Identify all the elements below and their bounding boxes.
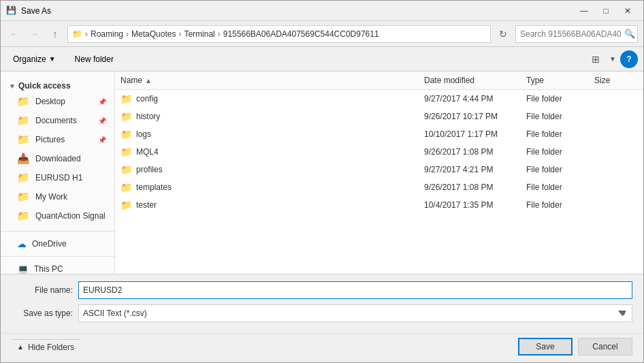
- address-path[interactable]: 📁 › Roaming › MetaQuotes › Terminal › 91…: [67, 25, 491, 43]
- organize-button[interactable]: Organize ▼: [6, 50, 63, 68]
- documents-folder-icon: 📁: [17, 114, 30, 127]
- file-folder-icon: 📁: [120, 182, 132, 193]
- path-segment-3: Terminal: [184, 29, 214, 39]
- search-icon-button[interactable]: 🔍: [624, 29, 635, 39]
- new-folder-button[interactable]: New folder: [68, 50, 120, 68]
- quick-access-header[interactable]: ▼ Quick access: [1, 77, 114, 92]
- sidebar-item-label-downloaded: Downloaded: [35, 154, 81, 163]
- file-date-cell: 9/26/2017 1:08 PM: [419, 147, 521, 157]
- downloaded-folder-icon: 📥: [17, 153, 30, 165]
- file-date-cell: 10/4/2017 1:35 PM: [419, 200, 521, 210]
- sidebar-item-label-mywork: My Work: [35, 192, 67, 202]
- action-row: ▲ Hide Folders Save Cancel: [1, 333, 643, 362]
- col-header-size[interactable]: Size: [589, 73, 643, 88]
- table-row[interactable]: 📁 logs 10/10/2017 1:17 PM File folder: [115, 125, 643, 143]
- close-button[interactable]: ✕: [617, 4, 638, 18]
- pin-icon-pictures: 📌: [98, 136, 106, 144]
- sidebar-item-label-pictures: Pictures: [35, 135, 65, 144]
- up-button[interactable]: ↑: [47, 26, 63, 42]
- col-header-name[interactable]: Name ▲: [115, 73, 419, 88]
- new-folder-label: New folder: [75, 54, 114, 64]
- sidebar-item-downloaded[interactable]: 📥 Downloaded: [1, 149, 114, 168]
- sidebar-item-pictures[interactable]: 📁 Pictures 📌: [1, 130, 114, 149]
- sidebar-divider-2: [1, 256, 114, 257]
- table-row[interactable]: 📁 profiles 9/27/2017 4:21 PM File folder: [115, 161, 643, 178]
- filename-label: File name:: [12, 285, 73, 295]
- view-options-button[interactable]: ⊞: [586, 50, 605, 68]
- window-icon: 💾: [6, 5, 17, 16]
- quantaction-folder-icon: 📁: [17, 210, 30, 222]
- file-folder-icon: 📁: [120, 93, 132, 104]
- savetype-label: Save as type:: [12, 309, 73, 318]
- file-date-cell: 9/26/2017 1:08 PM: [419, 183, 521, 192]
- maximize-button[interactable]: □: [596, 4, 616, 18]
- file-folder-icon: 📁: [120, 111, 132, 122]
- back-button[interactable]: ←: [6, 26, 22, 42]
- file-type-cell: File folder: [521, 200, 589, 210]
- sidebar-item-eurusd[interactable]: 📁 EURUSD H1: [1, 168, 114, 187]
- file-type-cell: File folder: [521, 112, 589, 121]
- filename-input[interactable]: [78, 281, 632, 299]
- pin-icon-documents: 📌: [98, 117, 106, 125]
- sidebar-item-label-eurusd: EURUSD H1: [35, 173, 82, 183]
- file-date-cell: 10/10/2017 1:17 PM: [419, 129, 521, 139]
- savetype-select[interactable]: ASCII Text (*.csv)CSV (*.csv)Text (*.txt…: [78, 304, 632, 322]
- sidebar-item-label-quantaction: QuantAction Signal: [35, 211, 106, 221]
- folder-icon-addr: 📁: [72, 29, 82, 39]
- table-row[interactable]: 📁 MQL4 9/26/2017 1:08 PM File folder: [115, 143, 643, 161]
- col-header-date[interactable]: Date modified: [419, 73, 521, 88]
- file-folder-icon: 📁: [120, 129, 132, 140]
- table-row[interactable]: 📁 tester 10/4/2017 1:35 PM File folder: [115, 196, 643, 214]
- col-header-type[interactable]: Type: [521, 73, 589, 88]
- file-date-cell: 9/26/2017 10:17 PM: [419, 112, 521, 121]
- table-row[interactable]: 📁 config 9/27/2017 4:44 PM File folder: [115, 90, 643, 108]
- file-type-cell: File folder: [521, 129, 589, 139]
- sidebar-item-label-onedrive: OneDrive: [32, 239, 67, 249]
- filename-row: File name:: [12, 281, 632, 299]
- search-input[interactable]: [515, 25, 638, 43]
- file-list: 📁 config 9/27/2017 4:44 PM File folder 📁…: [115, 90, 643, 274]
- path-segment-2: MetaQuotes: [131, 29, 176, 39]
- cancel-button[interactable]: Cancel: [578, 338, 632, 356]
- sidebar-item-documents[interactable]: 📁 Documents 📌: [1, 111, 114, 130]
- sidebar-item-onedrive[interactable]: ☁ OneDrive: [1, 234, 114, 253]
- eurusd-folder-icon: 📁: [17, 172, 30, 184]
- hide-folders-toggle[interactable]: ▲ Hide Folders: [12, 339, 80, 355]
- sidebar-item-quantaction[interactable]: 📁 QuantAction Signal: [1, 206, 114, 225]
- file-date-cell: 9/27/2017 4:21 PM: [419, 165, 521, 174]
- file-type-cell: File folder: [521, 165, 589, 174]
- file-name-cell: 📁 history: [115, 111, 419, 122]
- toolbar: Organize ▼ New folder ⊞ ▼ ?: [1, 47, 643, 72]
- file-name-cell: 📁 templates: [115, 182, 419, 193]
- pin-icon-desktop: 📌: [98, 98, 106, 106]
- sidebar-item-desktop[interactable]: 📁 Desktop 📌: [1, 92, 114, 111]
- chevron-up-icon: ▲: [17, 343, 24, 351]
- title-bar-controls: — □ ✕: [574, 4, 638, 18]
- address-bar: ← → ↑ 📁 › Roaming › MetaQuotes › Termina…: [1, 21, 643, 47]
- dialog-buttons: Save Cancel: [518, 338, 632, 356]
- desktop-folder-icon: 📁: [17, 95, 30, 108]
- path-segment-1: Roaming: [91, 29, 123, 39]
- forward-button[interactable]: →: [27, 26, 43, 42]
- file-list-area: Name ▲ Date modified Type Size 📁 config: [115, 72, 643, 274]
- file-name-cell: 📁 profiles: [115, 164, 419, 175]
- refresh-button[interactable]: ↻: [495, 26, 511, 42]
- search-container: 🔍: [515, 25, 638, 43]
- quick-access-section: ▼ Quick access 📁 Desktop 📌 📁 Documents 📌…: [1, 74, 114, 228]
- help-button[interactable]: ?: [620, 50, 638, 68]
- file-type-cell: File folder: [521, 147, 589, 157]
- file-name-cell: 📁 config: [115, 93, 419, 104]
- table-row[interactable]: 📁 templates 9/26/2017 1:08 PM File folde…: [115, 178, 643, 196]
- sidebar-item-thispc[interactable]: 💻 This PC: [1, 259, 114, 274]
- table-row[interactable]: 📁 history 9/26/2017 10:17 PM File folder: [115, 108, 643, 125]
- savetype-row: Save as type: ASCII Text (*.csv)CSV (*.c…: [12, 304, 632, 322]
- sidebar-item-label-thispc: This PC: [34, 264, 63, 274]
- file-name-cell: 📁 tester: [115, 200, 419, 210]
- path-segment-4: 915566BA06ADA407569C544CC0D97611: [223, 29, 379, 39]
- minimize-button[interactable]: —: [574, 4, 594, 18]
- save-button[interactable]: Save: [518, 338, 573, 356]
- sort-arrow-icon: ▲: [145, 77, 152, 84]
- onedrive-icon: ☁: [17, 238, 27, 249]
- title-bar: 💾 Save As — □ ✕: [1, 1, 643, 21]
- sidebar-item-mywork[interactable]: 📁 My Work: [1, 187, 114, 206]
